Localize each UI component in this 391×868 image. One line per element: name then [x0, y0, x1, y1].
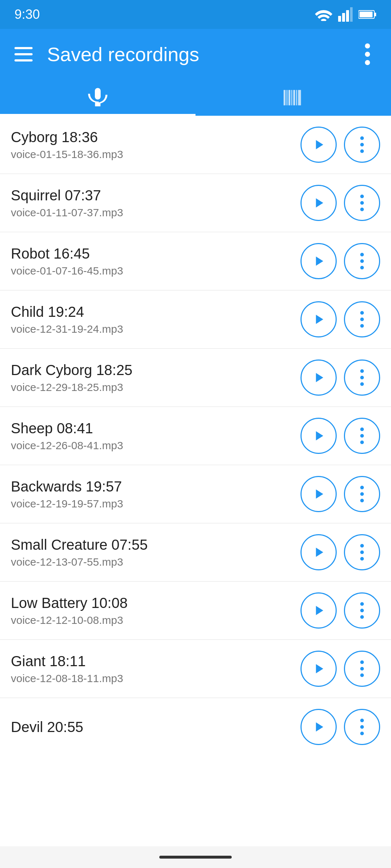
recording-name: Dark Cyborg 18:25 [11, 362, 300, 378]
more-button[interactable] [344, 592, 380, 629]
play-button[interactable] [300, 534, 337, 570]
toolbar: Saved recordings [0, 29, 391, 80]
play-button[interactable] [300, 418, 337, 454]
recording-item: Robot 16:45 voice-01-07-16-45.mp3 [0, 232, 391, 290]
recording-info: Squirrel 07:37 voice-01-11-07-37.mp3 [11, 187, 300, 219]
svg-point-26 [360, 376, 364, 379]
play-button[interactable] [300, 651, 337, 687]
svg-point-37 [360, 602, 364, 606]
recording-actions [300, 359, 380, 396]
recording-actions [300, 301, 380, 337]
recording-name: Backwards 19:57 [11, 478, 300, 495]
recording-actions [300, 127, 380, 163]
more-button[interactable] [344, 534, 380, 570]
play-icon [311, 428, 327, 444]
recording-info: Backwards 19:57 voice-12-19-19-57.mp3 [11, 478, 300, 510]
svg-rect-6 [360, 12, 373, 17]
tab-microphone[interactable] [0, 80, 196, 116]
more-button[interactable] [344, 359, 380, 396]
svg-rect-1 [342, 13, 345, 22]
play-button[interactable] [300, 592, 337, 629]
more-vertical-icon [360, 718, 364, 736]
more-button[interactable] [344, 185, 380, 221]
recording-item: Backwards 19:57 voice-12-19-19-57.mp3 [0, 465, 391, 523]
partial-play-button[interactable] [300, 709, 337, 745]
play-icon [311, 311, 327, 327]
page-title: Saved recordings [47, 43, 355, 65]
svg-point-36 [360, 557, 364, 561]
recording-info: Giant 18:11 voice-12-08-18-11.mp3 [11, 653, 300, 685]
svg-point-33 [360, 499, 364, 502]
recording-name: Robot 16:45 [11, 246, 300, 262]
more-dots-icon [360, 544, 364, 561]
play-button[interactable] [300, 359, 337, 396]
more-options-button[interactable] [355, 42, 380, 67]
play-icon [311, 719, 327, 735]
recording-filename: voice-12-29-18-25.mp3 [11, 381, 300, 393]
svg-point-42 [360, 673, 364, 677]
more-button[interactable] [344, 243, 380, 279]
tabs-bar [0, 80, 391, 116]
play-button[interactable] [300, 185, 337, 221]
more-vertical-icon [365, 43, 370, 65]
play-icon [311, 486, 327, 502]
partial-more-button[interactable] [344, 709, 380, 745]
more-dots-icon [360, 369, 364, 386]
hamburger-menu-button[interactable] [11, 42, 36, 67]
svg-rect-2 [346, 10, 349, 22]
partial-recording-actions [300, 709, 380, 745]
svg-point-20 [360, 259, 364, 263]
signal-icon [338, 7, 353, 22]
more-button[interactable] [344, 127, 380, 163]
svg-point-40 [360, 660, 364, 664]
play-button[interactable] [300, 127, 337, 163]
recording-filename: voice-12-13-07-55.mp3 [11, 556, 300, 568]
play-icon [311, 661, 327, 677]
play-button[interactable] [300, 301, 337, 337]
tab-barcode[interactable] [196, 80, 391, 116]
play-button[interactable] [300, 476, 337, 512]
svg-point-18 [360, 208, 364, 211]
recording-name: Cyborg 18:36 [11, 129, 300, 145]
svg-rect-3 [350, 7, 353, 22]
svg-point-27 [360, 382, 364, 386]
recording-item: Low Battery 10:08 voice-12-12-10-08.mp3 [0, 582, 391, 640]
recording-actions [300, 476, 380, 512]
recording-name: Low Battery 10:08 [11, 595, 300, 611]
more-button[interactable] [344, 476, 380, 512]
more-dots-icon [360, 311, 364, 328]
more-button[interactable] [344, 301, 380, 337]
more-button[interactable] [344, 418, 380, 454]
svg-rect-9 [14, 59, 33, 61]
battery-icon [358, 9, 377, 20]
barcode-icon [282, 86, 305, 109]
svg-point-23 [360, 318, 364, 321]
recording-item: Cyborg 18:36 voice-01-15-18-36.mp3 [0, 116, 391, 174]
wifi-icon [315, 8, 332, 21]
svg-point-22 [360, 311, 364, 315]
more-dots-icon [360, 252, 364, 270]
recording-name: Sheep 08:41 [11, 420, 300, 437]
recording-name: Child 19:24 [11, 304, 300, 320]
recording-filename: voice-01-07-16-45.mp3 [11, 265, 300, 277]
mic-icon [86, 86, 109, 109]
recording-actions [300, 185, 380, 221]
recording-item: Child 19:24 voice-12-31-19-24.mp3 [0, 290, 391, 349]
svg-point-21 [360, 266, 364, 269]
recording-info: Dark Cyborg 18:25 voice-12-29-18-25.mp3 [11, 362, 300, 393]
play-button[interactable] [300, 243, 337, 279]
recording-item: Squirrel 07:37 voice-01-11-07-37.mp3 [0, 174, 391, 232]
partial-recording-info: Devil 20:55 [11, 719, 300, 735]
svg-point-12 [365, 60, 370, 65]
svg-point-45 [360, 732, 364, 735]
recording-filename: voice-01-15-18-36.mp3 [11, 148, 300, 161]
nav-bar [0, 846, 391, 868]
svg-point-34 [360, 544, 364, 548]
more-dots-icon [360, 602, 364, 619]
svg-point-16 [360, 195, 364, 198]
recording-info: Robot 16:45 voice-01-07-16-45.mp3 [11, 246, 300, 277]
svg-rect-5 [374, 13, 376, 16]
play-icon [311, 370, 327, 386]
more-button[interactable] [344, 651, 380, 687]
recording-name: Small Creature 07:55 [11, 537, 300, 553]
